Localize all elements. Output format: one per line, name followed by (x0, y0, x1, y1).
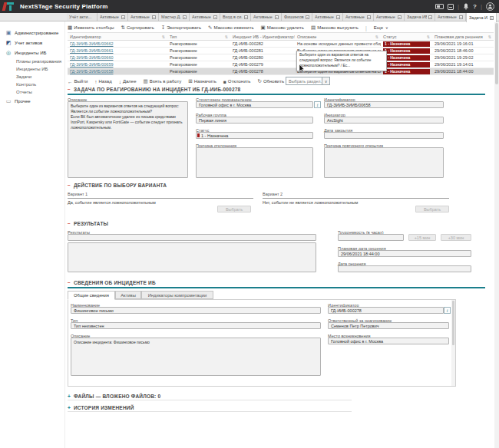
tab-0[interactable]: Учёт акти... (67, 13, 97, 21)
decline-button[interactable]: ■Отклонить (223, 79, 251, 84)
panel-scrollbar[interactable] (451, 300, 455, 386)
sidebar-item-incidents[interactable]: ◎Инциденты ИБ (0, 48, 64, 58)
sort-icon[interactable]: ⇅ (162, 35, 165, 39)
user-avatar[interactable] (486, 2, 494, 11)
incident-type-field[interactable]: Тип неизвестен (71, 322, 321, 329)
change-columns-button[interactable]: ▦Изменить столбцы (68, 25, 114, 31)
column-header-2[interactable]: Инцидент ИБ - Идентификатор⇅ (230, 33, 295, 40)
tab-5[interactable]: Вход в си...× (220, 13, 251, 21)
tab-close-icon[interactable]: × (244, 15, 248, 19)
tab-close-icon[interactable]: × (306, 15, 309, 19)
display-mode-icon[interactable] (435, 4, 444, 9)
column-header-3[interactable]: Описание⇅ (295, 33, 381, 40)
table-row-1[interactable]: ГД-ЗИИБ-ЗИИБ/00661РеагированиеГД-ИИБ-000… (68, 48, 494, 54)
task-description-field[interactable]: Выберите один из вариантов ответов на сл… (68, 101, 188, 178)
tab-close-icon[interactable]: × (367, 15, 371, 19)
task-id-link[interactable]: ГД-ЗИИБ-ЗИИБ/00661 (68, 48, 167, 54)
tab-close-icon[interactable]: × (183, 15, 187, 19)
tab-indicators[interactable]: Индикаторы компрометации (141, 291, 213, 299)
collapse-icon[interactable]: − (68, 221, 71, 226)
responsible-field[interactable]: Семенов Петр Петрович (328, 322, 449, 329)
page-scrollbar[interactable] (494, 21, 499, 448)
sidebar-item-reports[interactable]: Отчеты (0, 88, 64, 96)
expand-icon[interactable]: + (68, 394, 71, 399)
column-header-1[interactable]: Тип⇅ (167, 33, 230, 40)
sidebar-item-tasks[interactable]: Задачи (0, 73, 64, 81)
panel-toggle-icon[interactable] (448, 4, 454, 10)
column-header-4[interactable]: Статус⇅ (381, 33, 432, 40)
help-icon[interactable]: ? (473, 3, 477, 10)
resolve-date-field[interactable] (338, 265, 471, 272)
results-input[interactable] (68, 234, 316, 241)
more-button[interactable]: Еще∨ (374, 25, 388, 30)
tab-close-icon[interactable]: × (459, 15, 463, 19)
tab-assets[interactable]: Активы (115, 291, 141, 299)
export-button[interactable]: ↧Экспортировать (161, 25, 201, 31)
incident-name-field[interactable]: Фишинговое письмо (71, 307, 321, 314)
refresh-button[interactable]: ↻Обновить (257, 78, 284, 84)
incident-description-field[interactable]: Описание инцидента: Фишинговое письмо (71, 338, 321, 376)
decline-reason-field[interactable] (196, 147, 313, 178)
tab-close-icon[interactable]: × (121, 15, 125, 19)
expand-icon[interactable]: + (68, 405, 71, 410)
tab-13[interactable]: Задача И...× (466, 13, 497, 22)
table-row-4[interactable]: ГД-ЗИИБ-ЗИИБ/00658РеагированиеГД-ИИБ-000… (68, 68, 494, 75)
collapse-icon[interactable]: − (68, 183, 71, 188)
bulk-edit-button[interactable]: ✎Массово изменить (208, 25, 254, 31)
task-identifier-field[interactable]: ГД-ЗИИБ-ЗИИБ/00658 (324, 101, 444, 108)
tab-close-icon[interactable]: × (152, 15, 156, 19)
section-select-dropdown[interactable]: Выбрать раздел... ∨ (286, 77, 330, 85)
location-field[interactable]: Головной офис в г. Москва (328, 338, 449, 344)
tab-2[interactable]: Активные× (128, 13, 159, 21)
tab-close-icon[interactable]: × (275, 15, 279, 19)
sort-icon[interactable]: ⇅ (225, 35, 228, 39)
tab-10[interactable]: Активные× (374, 13, 405, 21)
tab-3[interactable]: Мастер Д...× (159, 13, 190, 21)
sidebar-item-other[interactable]: ▭Прочее (0, 96, 64, 106)
tab-close-icon[interactable]: × (490, 16, 494, 20)
page-scrollbar-thumb[interactable] (495, 23, 498, 84)
tab-close-icon[interactable]: × (428, 15, 432, 19)
reopen-reason-field[interactable] (324, 147, 444, 178)
info-icon[interactable]: i (314, 101, 321, 108)
collapse-icon[interactable]: − (68, 280, 71, 285)
tab-close-icon[interactable]: × (213, 15, 217, 19)
sort-icon[interactable]: ⇅ (375, 35, 378, 39)
next-button[interactable]: ↓Далее (119, 79, 137, 84)
assign-button[interactable]: ⊞Назначить (188, 78, 216, 84)
tab-8[interactable]: Активные× (312, 13, 343, 21)
table-row-3[interactable]: ГД-ЗИИБ-ЗИИБ/00659РеагированиеГД-ИИБ-000… (68, 61, 494, 68)
sort-icon[interactable]: ⇅ (427, 35, 430, 39)
tab-6[interactable]: Активные× (251, 13, 282, 21)
sidebar-item-control[interactable]: Контроль (0, 81, 64, 88)
bulk-unload-button[interactable]: ▤Массово выгрузить (311, 25, 359, 31)
tab-12[interactable]: Активные× (435, 13, 466, 21)
add-15-min-button[interactable]: +15 мин (408, 234, 436, 241)
tab-9[interactable]: Активные× (343, 13, 374, 21)
tab-11[interactable]: Задача ИБ× (405, 13, 435, 21)
back-button[interactable]: ↑Назад (94, 79, 111, 84)
task-id-link[interactable]: ГД-ЗИИБ-ЗИИБ/00658 (68, 68, 167, 74)
collapse-icon[interactable]: − (68, 87, 71, 92)
sidebar-item-assets[interactable]: ◩Учет активов (0, 38, 64, 48)
tab-7[interactable]: Фишингов...× (282, 13, 312, 21)
status-field[interactable]: 1 - Назначена (196, 132, 313, 139)
exit-button[interactable]: ←Выйти (68, 79, 88, 84)
close-date-field[interactable] (324, 132, 444, 139)
initiator-field[interactable]: ArcSight (324, 117, 444, 124)
tab-general-info[interactable]: Общие сведения (68, 291, 115, 300)
choose-variant-2-button[interactable]: Выбрать (415, 206, 449, 212)
workgroup-field[interactable]: Первая линия (196, 117, 313, 124)
table-row-2[interactable]: ГД-ЗИИБ-ЗИИБ/00660РеагированиеГД-ИИБ-000… (68, 54, 494, 61)
task-id-link[interactable]: ГД-ЗИИБ-ЗИИБ/00660 (68, 54, 167, 61)
column-header-0[interactable]: Идентификатор⇅ (68, 33, 167, 40)
info-icon[interactable]: i (444, 307, 451, 314)
incident-identifier-field[interactable]: ГД-ИИБ-000278 (328, 307, 444, 314)
chevron-down-icon[interactable]: ∨ (322, 77, 329, 84)
bulk-delete-button[interactable]: ▣Массово удалить (261, 25, 304, 31)
panel-scrollbar-thumb[interactable] (452, 301, 454, 345)
sidebar-item-incidents-list[interactable]: Инциденты ИБ (0, 65, 64, 73)
sidebar-item-response-plans[interactable]: Планы реагирования (0, 58, 64, 65)
sidebar-item-administration[interactable]: ▣Администрирование (0, 28, 64, 38)
notifications-bell-icon[interactable] (463, 3, 469, 10)
